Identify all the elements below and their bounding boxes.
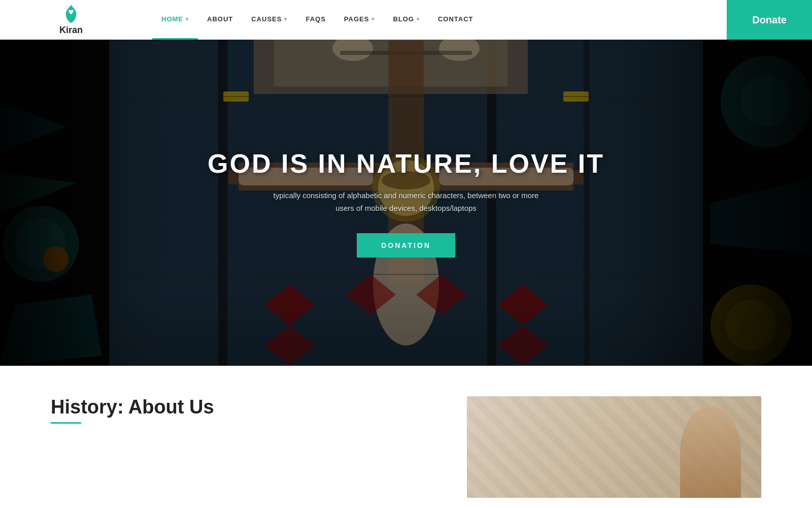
hero-content: GOD IS IN NATURE, LOVE IT typically cons… bbox=[0, 0, 812, 366]
nav-links: HOME ▾ ABOUT CAUSES ▾ FAQS PAGES ▾ BLOG … bbox=[142, 0, 727, 40]
donate-button[interactable]: Donate bbox=[727, 0, 812, 40]
nav-item-faqs[interactable]: FAQS bbox=[296, 0, 334, 40]
nav-item-contact[interactable]: CONTACT bbox=[429, 0, 483, 40]
hero-section: GOD IS IN NATURE, LOVE IT typically cons… bbox=[0, 0, 812, 366]
logo-area[interactable]: Kiran bbox=[0, 0, 142, 40]
section-underline bbox=[51, 422, 81, 424]
person-silhouette bbox=[680, 406, 741, 498]
nav-item-home[interactable]: HOME ▾ bbox=[152, 0, 198, 40]
below-fold-section: History: About Us bbox=[0, 366, 812, 508]
nav-item-pages[interactable]: PAGES ▾ bbox=[335, 0, 384, 40]
brand-name: Kiran bbox=[59, 25, 83, 36]
about-image bbox=[467, 396, 761, 498]
hero-subtitle: typically consisting of alphabetic and n… bbox=[269, 189, 543, 215]
history-title: History: About Us bbox=[51, 396, 426, 418]
nav-item-blog[interactable]: BLOG ▾ bbox=[384, 0, 429, 40]
navbar: Kiran HOME ▾ ABOUT CAUSES ▾ FAQS PAGES ▾… bbox=[0, 0, 812, 40]
chevron-down-icon: ▾ bbox=[371, 16, 375, 22]
donation-button[interactable]: DONATION bbox=[357, 233, 455, 258]
logo-icon bbox=[58, 4, 84, 24]
nav-item-about[interactable]: ABOUT bbox=[198, 0, 242, 40]
chevron-down-icon: ▾ bbox=[284, 16, 287, 22]
nav-item-causes[interactable]: CAUSES ▾ bbox=[242, 0, 296, 40]
chevron-down-icon: ▾ bbox=[186, 16, 189, 22]
chevron-down-icon: ▾ bbox=[417, 16, 420, 22]
hero-title: GOD IS IN NATURE, LOVE IT bbox=[208, 148, 604, 179]
history-section: History: About Us bbox=[51, 396, 426, 434]
